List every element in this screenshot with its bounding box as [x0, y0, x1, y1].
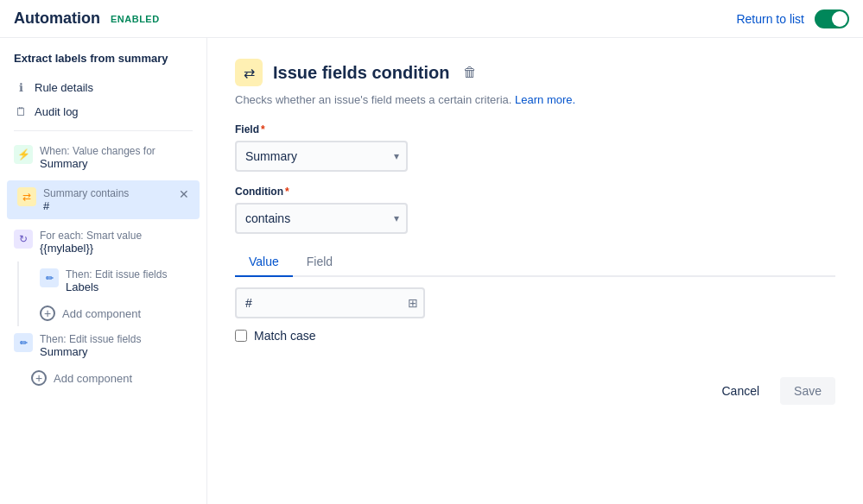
condition-group: Condition * contains does not contain eq… [235, 186, 835, 234]
description-text: Checks whether an issue's field meets a … [235, 93, 511, 106]
trigger-header: ⚡ When: Value changes for Summary [14, 145, 193, 170]
header-right: Return to list [736, 9, 849, 28]
add-component-2-btn[interactable]: + Add component [17, 365, 206, 391]
action1-label: Then: Edit issue fields [66, 268, 167, 280]
panel-description: Checks whether an issue's field meets a … [235, 93, 835, 106]
condition-label-text: Condition * [235, 186, 835, 198]
add-component-2-label: Add component [54, 372, 132, 385]
condition-select[interactable]: contains does not contain equals is empt… [235, 203, 408, 234]
automation-toggle[interactable] [815, 9, 849, 28]
sidebar: Extract labels from summary ℹ Rule detai… [0, 38, 207, 504]
header-left: Automation ENABLED [14, 9, 160, 28]
save-button[interactable]: Save [780, 377, 835, 405]
workflow-action2-item[interactable]: ✏ Then: Edit issue fields Summary [0, 326, 206, 365]
panel-header: ⇄ Issue fields condition 🗑 [235, 59, 835, 86]
condition-inner: ⇄ Summary contains # [17, 187, 172, 212]
action2-icon: ✏ [14, 333, 33, 352]
workflow-loop-item[interactable]: ↻ For each: Smart value {{mylabel}} [0, 223, 206, 261]
field-label: Field * [235, 123, 835, 135]
return-to-list-link[interactable]: Return to list [736, 12, 804, 26]
action-buttons: Cancel Save [235, 377, 835, 405]
match-case-label: Match case [254, 329, 316, 343]
loop-label: For each: Smart value [40, 230, 142, 242]
sidebar-item-rule-details[interactable]: ℹ Rule details [0, 75, 206, 99]
action1-header: ✏ Then: Edit issue fields Labels [40, 268, 193, 293]
loop-content: For each: Smart value {{mylabel}} [40, 230, 142, 255]
trigger-icon: ⚡ [14, 145, 33, 164]
loop-header: ↻ For each: Smart value {{mylabel}} [14, 230, 193, 255]
action2-header: ✏ Then: Edit issue fields Summary [14, 333, 193, 358]
learn-more-link[interactable]: Learn more. [515, 93, 575, 106]
action2-content: Then: Edit issue fields Summary [40, 333, 141, 358]
value-input[interactable] [235, 287, 425, 318]
add-component-2-circle: + [31, 370, 47, 386]
sidebar-item-label: Rule details [35, 81, 93, 94]
value-input-wrapper: ⊞ [235, 287, 425, 318]
add-component-1-btn[interactable]: + Add component [26, 300, 206, 326]
trigger-value: Summary [40, 157, 155, 170]
main-content: ⇄ Issue fields condition 🗑 Checks whethe… [207, 38, 863, 504]
field-group: Field * Summary Status Priority Assignee… [235, 123, 835, 172]
panel-icon: ⇄ [235, 59, 263, 86]
action2-label: Then: Edit issue fields [40, 333, 141, 345]
field-select[interactable]: Summary Status Priority Assignee Labels [235, 141, 408, 172]
field-required-star: * [261, 123, 265, 135]
workflow-condition-item[interactable]: ⇄ Summary contains # ✕ [7, 180, 200, 219]
sidebar-item-audit-log[interactable]: 🗒 Audit log [0, 99, 206, 123]
action1-icon: ✏ [40, 268, 59, 287]
enabled-badge: ENABLED [111, 14, 160, 24]
condition-content: Summary contains # [43, 187, 129, 212]
condition-value: # [43, 199, 129, 212]
panel-title: Issue fields condition [273, 63, 449, 83]
condition-label-span: Condition [235, 186, 283, 198]
sidebar-item-label: Audit log [35, 105, 79, 118]
info-icon: ℹ [14, 80, 28, 94]
condition-header: ⇄ Summary contains # ✕ [17, 187, 189, 212]
trigger-content: When: Value changes for Summary [40, 145, 155, 170]
main-layout: Extract labels from summary ℹ Rule detai… [0, 38, 863, 504]
top-header: Automation ENABLED Return to list [0, 0, 863, 38]
loop-value: {{mylabel}} [40, 242, 142, 255]
condition-select-wrapper: contains does not contain equals is empt… [235, 203, 408, 234]
condition-close-icon[interactable]: ✕ [179, 187, 189, 201]
loop-icon: ↻ [14, 230, 33, 249]
condition-label: Summary contains [43, 187, 129, 199]
workflow-action1-item[interactable]: ✏ Then: Edit issue fields Labels [26, 261, 206, 300]
app-title: Automation [14, 9, 100, 28]
field-select-wrapper: Summary Status Priority Assignee Labels … [235, 141, 408, 172]
workflow-trigger-item[interactable]: ⚡ When: Value changes for Summary [0, 138, 206, 177]
rule-title: Extract labels from summary [0, 52, 206, 75]
action1-content: Then: Edit issue fields Labels [66, 268, 167, 293]
sidebar-divider [14, 130, 193, 131]
cancel-button[interactable]: Cancel [708, 377, 773, 405]
audit-icon: 🗒 [14, 104, 28, 118]
condition-required-star: * [285, 186, 289, 198]
action1-value: Labels [66, 280, 167, 293]
nested-section-1: ✏ Then: Edit issue fields Labels + Add c… [17, 261, 206, 326]
add-component-1-circle: + [40, 306, 55, 321]
value-input-icon[interactable]: ⊞ [408, 296, 418, 310]
add-component-1-label: Add component [62, 307, 141, 320]
delete-condition-icon[interactable]: 🗑 [463, 65, 477, 80]
match-case-row: Match case [235, 329, 835, 343]
trigger-label: When: Value changes for [40, 145, 155, 157]
action2-value: Summary [40, 345, 141, 358]
tab-field[interactable]: Field [293, 248, 346, 277]
match-case-checkbox[interactable] [235, 330, 247, 342]
tab-value[interactable]: Value [235, 248, 293, 277]
value-field-tabs: Value Field [235, 248, 835, 277]
field-label-text: Field [235, 123, 259, 135]
condition-icon: ⇄ [17, 187, 36, 206]
